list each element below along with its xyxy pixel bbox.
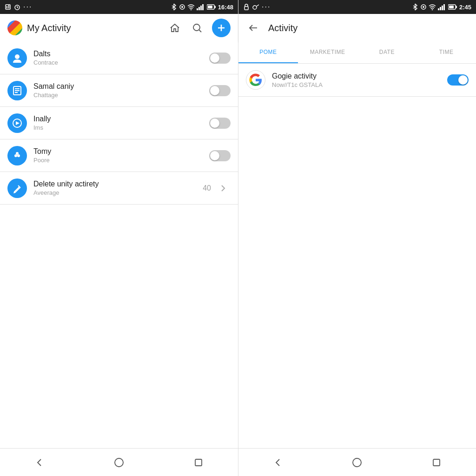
- add-button[interactable]: [212, 19, 231, 37]
- item-title: Dalts: [33, 50, 203, 58]
- svg-rect-15: [208, 6, 212, 8]
- right-nav-bar: [238, 448, 476, 476]
- svg-point-7: [181, 6, 183, 8]
- svg-rect-41: [442, 6, 443, 10]
- item-subtitle: Contrace: [33, 59, 203, 66]
- svg-rect-12: [202, 4, 204, 10]
- svg-rect-2: [8, 5, 9, 8]
- svg-point-31: [115, 458, 123, 467]
- r-item-title: Gogie activity: [272, 72, 441, 80]
- svg-rect-11: [200, 6, 202, 10]
- search-button[interactable]: [190, 20, 205, 35]
- svg-rect-32: [195, 459, 202, 466]
- right-location-icon: [420, 4, 427, 10]
- list-item[interactable]: Inally Ims: [0, 107, 238, 139]
- toggle-samal[interactable]: [209, 85, 231, 96]
- svg-rect-10: [198, 7, 200, 10]
- left-time: 16:48: [218, 4, 233, 11]
- app-logo: [7, 20, 22, 35]
- item-content-dalts: Dalts Contrace: [33, 50, 203, 66]
- svg-rect-42: [443, 4, 445, 10]
- r-item-subtitle: Now//T1c GSTALA: [272, 81, 441, 88]
- item-actions-samal: [209, 85, 231, 96]
- item-content-samal: Samal caniy Chattage: [33, 82, 203, 99]
- svg-rect-48: [433, 459, 440, 466]
- home-nav-button[interactable]: [110, 453, 128, 472]
- list-item[interactable]: Dalts Contrace: [0, 42, 238, 74]
- svg-rect-9: [197, 8, 198, 10]
- svg-rect-39: [438, 8, 439, 10]
- svg-marker-26: [16, 121, 20, 125]
- tab-marketime[interactable]: MARKETIME: [298, 42, 357, 63]
- right-status-bar: ···: [238, 0, 476, 14]
- right-dots-icon: ···: [262, 3, 271, 11]
- item-avatar-dalts: [7, 48, 27, 68]
- left-status-bar: ···: [0, 0, 238, 14]
- svg-rect-24: [15, 92, 18, 93]
- svg-rect-14: [214, 6, 216, 8]
- svg-point-47: [353, 458, 361, 467]
- back-button[interactable]: [246, 20, 261, 35]
- arrow-right-icon[interactable]: [216, 181, 231, 196]
- item-subtitle: Aveerage: [33, 189, 196, 196]
- svg-line-35: [256, 5, 259, 7]
- item-actions-inally: [209, 118, 231, 129]
- right-lock-icon: [243, 4, 250, 10]
- tab-pome[interactable]: POME: [238, 42, 298, 63]
- item-subtitle: Poore: [33, 157, 203, 164]
- list-item[interactable]: Tomy Poore: [0, 139, 238, 172]
- svg-rect-44: [456, 6, 457, 8]
- item-content-delete: Delete unity actirety Aveerage: [33, 180, 196, 196]
- item-title: Delete unity actirety: [33, 180, 196, 188]
- item-title: Tomy: [33, 147, 203, 156]
- toggle-inally[interactable]: [209, 118, 231, 129]
- sim-icon: [5, 4, 11, 10]
- svg-point-27: [14, 154, 17, 157]
- tab-time[interactable]: TIME: [416, 42, 476, 63]
- right-back-nav-button[interactable]: [269, 453, 287, 472]
- svg-point-20: [15, 54, 20, 59]
- svg-point-16: [193, 24, 200, 31]
- item-subtitle: Ims: [33, 124, 203, 131]
- svg-point-34: [253, 6, 257, 9]
- item-avatar-tomy: [7, 146, 27, 165]
- right-list: Gogie activity Now//T1c GSTALA: [238, 64, 476, 448]
- right-recents-nav-button[interactable]: [427, 453, 446, 472]
- toggle-dalts[interactable]: [209, 53, 231, 64]
- tab-bar: POME MARKETIME DATE TIME: [238, 42, 476, 64]
- svg-point-37: [423, 6, 424, 8]
- svg-line-17: [199, 30, 202, 33]
- item-content-inally: Inally Ims: [33, 115, 203, 131]
- svg-point-29: [16, 152, 19, 155]
- left-app-bar: My Activity: [0, 14, 238, 42]
- app-bar-actions: [167, 19, 231, 37]
- item-avatar-inally: [7, 113, 27, 133]
- home-button[interactable]: [167, 20, 182, 35]
- svg-line-5: [17, 7, 18, 8]
- right-home-nav-button[interactable]: [348, 453, 366, 472]
- toggle-tomy[interactable]: [209, 150, 231, 161]
- right-status-bar-left: ···: [243, 3, 271, 11]
- item-subtitle: Chattage: [33, 92, 203, 99]
- list-item[interactable]: Samal caniy Chattage: [0, 74, 238, 107]
- google-logo-icon: [246, 70, 265, 90]
- svg-rect-40: [440, 7, 441, 10]
- location-icon: [179, 4, 185, 10]
- toggle-google-activity[interactable]: [447, 74, 469, 86]
- svg-rect-1: [7, 6, 7, 8]
- svg-point-28: [17, 154, 20, 157]
- alarm-icon: [14, 4, 20, 10]
- tab-date[interactable]: DATE: [357, 42, 417, 63]
- r-list-item[interactable]: Gogie activity Now//T1c GSTALA: [238, 64, 476, 97]
- svg-rect-33: [245, 7, 248, 10]
- recents-nav-button[interactable]: [189, 453, 208, 472]
- status-bar-right-icons: 16:48: [171, 4, 233, 11]
- left-nav-bar: [0, 448, 238, 476]
- battery-icon: [207, 4, 216, 10]
- app-title: My Activity: [27, 23, 163, 33]
- item-avatar-delete: [7, 178, 27, 198]
- left-list: Dalts Contrace Samal caniy: [0, 42, 238, 448]
- back-nav-button[interactable]: [30, 453, 49, 472]
- right-panel: ···: [238, 0, 476, 476]
- list-item[interactable]: Delete unity actirety Aveerage 40: [0, 172, 238, 205]
